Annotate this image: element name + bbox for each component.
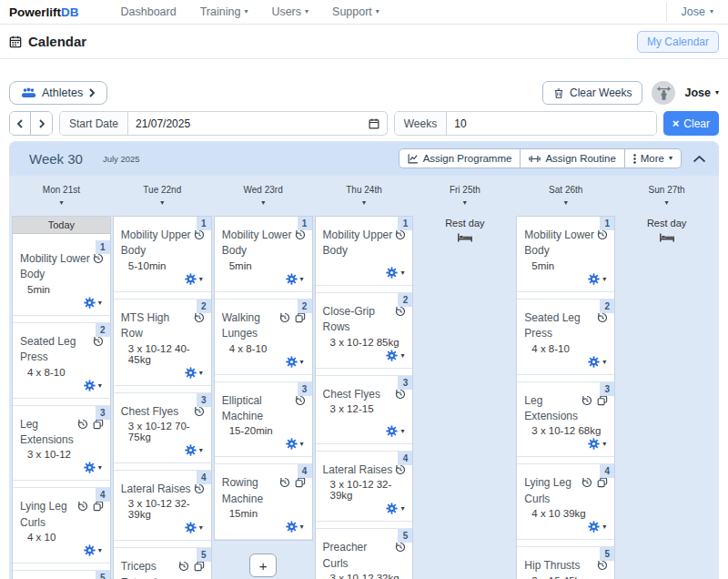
exercise-icons	[93, 336, 104, 347]
exercise-card-top: Lying Leg Curls	[20, 499, 104, 531]
day-header: Thu 24th▾	[315, 181, 414, 216]
exercise-settings-button[interactable]: ▾	[384, 501, 406, 516]
toolbar-row-dates: Start Date Weeks ×Clear	[9, 111, 719, 136]
app-logo[interactable]: PowerliftDB	[9, 5, 79, 19]
next-week-button[interactable]	[31, 112, 52, 135]
exercise-settings-button[interactable]: ▾	[183, 442, 205, 458]
exercise-card-top: Lateral Raises	[121, 482, 205, 497]
exercise-icons	[77, 419, 104, 430]
assign-programme-button[interactable]: Assign Programme	[399, 148, 521, 168]
exercise-settings-button[interactable]: ▾	[284, 519, 306, 534]
user-menu[interactable]: Jose▾	[666, 2, 719, 22]
exercise-settings-button[interactable]: ▾	[284, 271, 306, 287]
history-icon	[581, 477, 592, 488]
day-menu-button[interactable]: ▾	[562, 198, 570, 208]
my-calendar-button[interactable]: My Calendar	[637, 31, 719, 53]
exercise-settings-button[interactable]: ▾	[586, 271, 608, 287]
nav-users[interactable]: Users▾	[271, 5, 308, 18]
exercise-name: Hip Thrusts	[524, 558, 594, 574]
day-menu-button[interactable]: ▾	[360, 198, 368, 208]
exercise-card[interactable]: 5Hip Adductions▾	[13, 570, 110, 579]
exercise-card-top: Mobility Lower Body	[524, 228, 608, 259]
clear-filter-button[interactable]: ×Clear	[663, 111, 719, 136]
exercise-actions: ▾	[524, 271, 608, 287]
exercise-card[interactable]: 2Seated Leg Press4 x 8-10▾	[13, 322, 110, 399]
collapse-week-button[interactable]	[693, 155, 706, 163]
exercise-card-top: Triceps Extensions	[121, 559, 205, 579]
day-menu-button[interactable]: ▾	[663, 198, 671, 208]
add-exercise-button[interactable]: +	[249, 554, 277, 577]
exercise-card[interactable]: 3Leg Extensions3 x 10-12▾	[13, 405, 110, 482]
exercise-card[interactable]: 4Lateral Raises3 x 10-12 32-39kg▾	[114, 470, 211, 541]
chart-line-icon	[408, 153, 419, 164]
exercise-card[interactable]: 4Lateral Raises3 x 10-12 32-39kg▾	[316, 451, 413, 522]
exercise-name: Mobility Upper Body	[121, 228, 191, 259]
exercise-icons	[279, 477, 306, 488]
exercise-settings-button[interactable]: ▾	[82, 378, 104, 393]
exercise-settings-button[interactable]: ▾	[586, 519, 608, 534]
nav-support[interactable]: Support▾	[332, 5, 379, 18]
exercise-card[interactable]: 5Triceps Extensions3 x 10-12 39kg▾	[114, 547, 211, 579]
exercise-card-top: Mobility Lower Body	[222, 228, 306, 259]
exercise-actions: ▾	[323, 501, 407, 516]
clear-weeks-button[interactable]: Clear Weeks	[542, 81, 642, 105]
exercise-settings-button[interactable]: ▾	[183, 520, 205, 535]
more-button[interactable]: More ▾	[625, 148, 682, 168]
exercise-card[interactable]: 4Lying Leg Curls4 x 10▾	[13, 487, 110, 564]
exercise-card[interactable]: 3Chest Flyes3 x 10-12 70-75kg▾	[114, 392, 211, 463]
exercise-card[interactable]: 4Lying Leg Curls4 x 10 39kg▾	[517, 463, 614, 540]
exercise-prescription: 4 x 8-10	[222, 343, 306, 354]
exercise-card[interactable]: 3Chest Flyes3 x 12-15▾	[316, 375, 413, 444]
exercise-card[interactable]: 1Mobility Lower Body5min▾	[215, 217, 312, 292]
exercise-settings-button[interactable]: ▾	[82, 460, 104, 475]
exercise-icons	[395, 306, 406, 317]
exercise-card[interactable]: 2MTS High Row3 x 10-12 40-45kg▾	[114, 299, 211, 386]
exercise-card[interactable]: 1Mobility Lower Body5min▾	[517, 217, 614, 292]
exercise-icons	[597, 560, 608, 571]
exercise-settings-button[interactable]: ▾	[284, 354, 306, 370]
exercise-card[interactable]: 3Elliptical Machine15-20min▾	[215, 381, 312, 458]
nav-dashboard[interactable]: Dashboard	[121, 5, 177, 18]
day-menu-button[interactable]: ▾	[158, 198, 166, 208]
exercise-settings-button[interactable]: ▾	[384, 265, 406, 280]
exercise-card[interactable]: 4Rowing Machine15min▾	[215, 463, 312, 540]
exercise-settings-button[interactable]: ▾	[82, 543, 104, 558]
exercise-settings-button[interactable]: ▾	[183, 365, 205, 381]
day-menu-button[interactable]: ▾	[57, 198, 65, 208]
exercise-card[interactable]: 1Mobility Upper Body5-10min▾	[114, 217, 211, 292]
history-icon	[395, 389, 406, 400]
exercise-card[interactable]: 3Leg Extensions3 x 10-12 68kg▾	[517, 381, 614, 458]
exercise-settings-button[interactable]: ▾	[183, 271, 205, 287]
exercise-settings-button[interactable]: ▾	[384, 423, 406, 439]
exercise-card[interactable]: 2Seated Leg Press4 x 8-10▾	[517, 299, 614, 375]
exercise-order-badge: 3	[298, 382, 312, 396]
exercise-settings-button[interactable]: ▾	[586, 436, 608, 452]
history-icon	[395, 542, 406, 553]
caret-down-icon: ▾	[305, 8, 308, 15]
exercise-card[interactable]: 1Mobility Lower Body5min▾	[13, 240, 110, 316]
nav-training[interactable]: Training▾	[200, 5, 248, 18]
assign-routine-button[interactable]: Assign Routine	[521, 148, 624, 168]
day-menu-button[interactable]: ▾	[461, 198, 469, 208]
exercise-card[interactable]: 5Hip Thrusts2 x 15 45kg▾	[517, 546, 614, 579]
start-date-label: Start Date	[60, 112, 128, 135]
exercise-settings-button[interactable]: ▾	[284, 436, 306, 452]
exercise-card[interactable]: 2Close-Grip Rows3 x 10-12 85kg▾	[316, 292, 413, 369]
coach-select-menu[interactable]: Jose▾	[684, 86, 719, 99]
exercise-card[interactable]: 5Preacher Curls3 x 10-12 32kg▾	[316, 528, 413, 579]
exercise-settings-button[interactable]: ▾	[384, 348, 406, 363]
previous-week-button[interactable]	[10, 112, 31, 135]
athletes-button[interactable]: Athletes	[9, 81, 107, 105]
exercise-actions: ▾	[121, 365, 205, 381]
exercise-card[interactable]: 1Mobility Upper Body▾	[316, 217, 413, 286]
date-picker-icon[interactable]	[369, 112, 387, 135]
exercise-card-top: Leg Extensions	[20, 417, 104, 449]
exercise-settings-button[interactable]: ▾	[586, 354, 608, 370]
day-card-list: 1Mobility Lower Body5min▾2Seated Leg Pre…	[516, 216, 615, 579]
start-date-input[interactable]	[128, 112, 369, 135]
week-actions-group: Assign Programme Assign Routine More ▾	[399, 148, 682, 168]
day-menu-button[interactable]: ▾	[259, 198, 267, 208]
exercise-settings-button[interactable]: ▾	[82, 295, 104, 310]
weeks-input[interactable]	[447, 112, 656, 135]
exercise-card[interactable]: 2Walking Lunges4 x 8-10▾	[215, 299, 312, 375]
